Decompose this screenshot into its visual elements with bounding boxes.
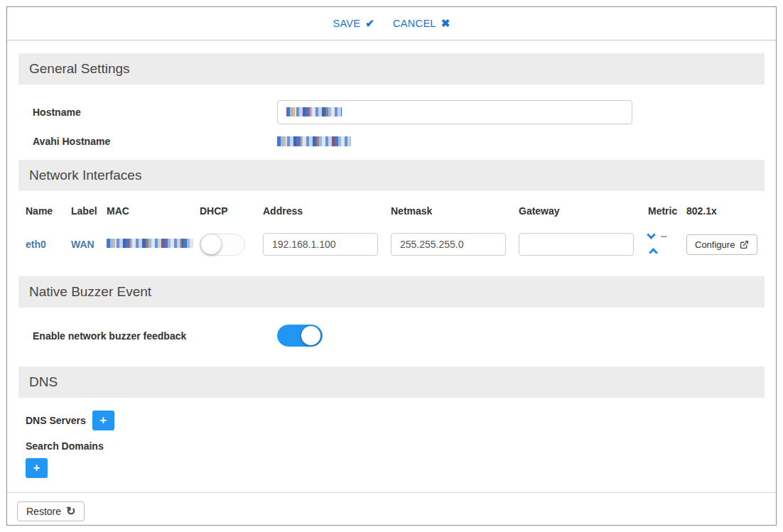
dns-servers-label: DNS Servers — [26, 415, 86, 426]
8021x-cell: Configure — [686, 234, 765, 255]
restore-button[interactable]: Restore ↻ — [17, 501, 85, 521]
buzzer-feedback-label: Enable network buzzer feedback — [26, 330, 277, 342]
gateway-input[interactable] — [519, 233, 634, 256]
content: General Settings Hostname Avahi Hostname… — [7, 40, 776, 492]
toggle-knob — [201, 234, 221, 254]
save-label: SAVE — [333, 18, 360, 29]
dhcp-cell — [200, 234, 263, 256]
cancel-button[interactable]: CANCEL ✖ — [393, 17, 450, 30]
buzzer-row: Enable network buzzer feedback — [26, 325, 757, 347]
interface-name: eth0 — [26, 239, 71, 250]
metric-value: -- — [661, 231, 667, 241]
col-mac: MAC — [107, 205, 200, 217]
col-gateway: Gateway — [519, 205, 648, 217]
restore-label: Restore — [26, 506, 61, 517]
cancel-label: CANCEL — [393, 18, 436, 29]
network-interfaces-section: Network Interfaces Name Label MAC DHCP A… — [18, 160, 765, 276]
col-8021x: 802.1x — [686, 205, 765, 217]
footer: Restore ↻ — [7, 492, 776, 530]
dns-servers-row: DNS Servers + — [26, 411, 757, 430]
refresh-icon: ↻ — [66, 506, 75, 517]
hostname-value-redacted — [286, 107, 342, 116]
avahi-hostname-row: Avahi Hostname — [26, 136, 757, 147]
dhcp-toggle[interactable] — [200, 234, 245, 256]
check-icon: ✔ — [365, 17, 374, 30]
col-label: Label — [71, 205, 107, 217]
hostname-input-wrap — [277, 100, 632, 124]
toolbar: SAVE ✔ CANCEL ✖ — [7, 7, 776, 40]
col-metric: Metric — [648, 205, 686, 217]
col-netmask: Netmask — [391, 205, 519, 217]
buzzer-toggle[interactable] — [277, 325, 323, 347]
netmask-input[interactable] — [391, 233, 506, 256]
configure-8021x-button[interactable]: Configure — [686, 234, 757, 255]
chevron-up-icon[interactable] — [649, 248, 658, 257]
native-buzzer-title: Native Buzzer Event — [18, 276, 765, 308]
native-buzzer-section: Native Buzzer Event Enable network buzze… — [18, 276, 765, 367]
address-cell — [263, 233, 391, 256]
search-domains-label: Search Domains — [26, 440, 757, 452]
col-address: Address — [263, 205, 391, 217]
save-button[interactable]: SAVE ✔ — [333, 17, 374, 30]
mac-cell — [107, 239, 200, 250]
dns-title: DNS — [18, 367, 765, 398]
network-settings-page: SAVE ✔ CANCEL ✖ General Settings Hostnam… — [6, 6, 777, 526]
avahi-hostname-value-redacted — [277, 136, 351, 146]
dns-section: DNS DNS Servers + Search Domains + — [18, 367, 765, 492]
interface-label: WAN — [71, 239, 107, 250]
col-name: Name — [26, 205, 71, 217]
avahi-hostname-label: Avahi Hostname — [26, 136, 277, 147]
add-search-domain-button[interactable]: + — [26, 458, 48, 478]
x-icon: ✖ — [441, 17, 450, 30]
interface-row-eth0: eth0 WAN — [18, 231, 765, 258]
add-dns-server-button[interactable]: + — [92, 411, 114, 430]
configure-label: Configure — [695, 239, 735, 250]
interface-table-header: Name Label MAC DHCP Address Netmask Gate… — [18, 205, 765, 217]
address-input[interactable] — [263, 233, 378, 256]
col-dhcp: DHCP — [200, 205, 263, 217]
general-settings-section: General Settings Hostname Avahi Hostname — [18, 53, 765, 160]
netmask-cell — [391, 233, 519, 256]
gateway-cell — [519, 233, 648, 256]
chevron-down-icon[interactable] — [647, 230, 656, 239]
network-interfaces-title: Network Interfaces — [18, 160, 765, 191]
plus-icon: + — [99, 413, 107, 428]
plus-icon: + — [33, 461, 40, 475]
hostname-row: Hostname — [26, 100, 757, 124]
hostname-label: Hostname — [26, 107, 277, 118]
toggle-knob — [301, 326, 320, 345]
mac-address-redacted — [107, 239, 193, 248]
metric-stepper: -- — [648, 231, 686, 258]
external-link-icon — [740, 240, 749, 249]
general-settings-title: General Settings — [18, 53, 765, 85]
